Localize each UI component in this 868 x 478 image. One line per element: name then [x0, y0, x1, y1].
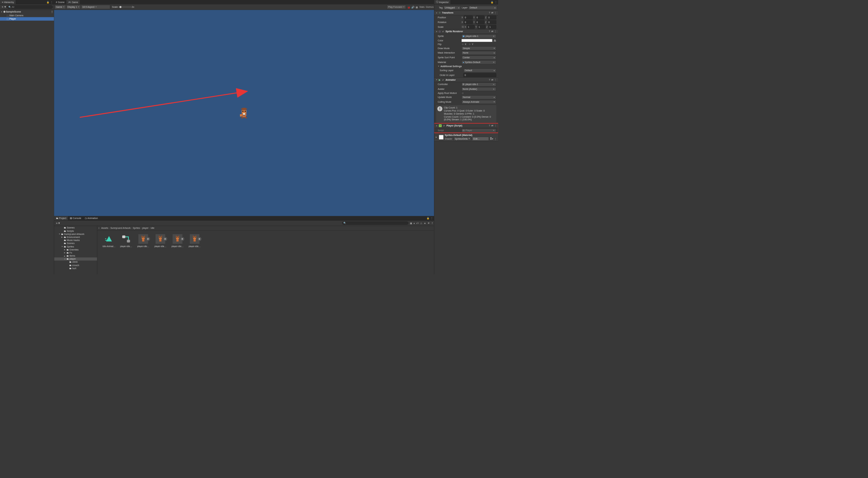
asset-item[interactable]: player-idle… [120, 234, 133, 247]
asset-item[interactable]: player-idle… [189, 234, 201, 247]
project-tree-row[interactable]: 🖿Scenes [54, 242, 97, 245]
lock-icon[interactable]: 🔒 [46, 1, 50, 3]
bug-icon[interactable]: 🐞 [407, 5, 410, 8]
preset-icon[interactable]: ⇄ [491, 12, 493, 14]
scene-row[interactable]: ▼ ⬢ SampleScene ⋮ [0, 10, 54, 14]
playmode-select[interactable]: Play Focused▼ [387, 5, 406, 9]
sr-enabled-checkbox[interactable]: ✓ [442, 30, 444, 33]
scale-slider[interactable] [118, 7, 132, 7]
inspector-tab[interactable]: ⓘInspector [434, 0, 451, 4]
project-tree-row[interactable]: 🖿Music tracks [54, 239, 97, 242]
object-picker-icon[interactable] [492, 88, 495, 91]
add-button[interactable]: ＋▾ [1, 5, 6, 9]
project-tab[interactable]: 🖿Project [54, 216, 68, 220]
warning-icon[interactable]: ⚠ [420, 222, 422, 224]
project-tree-row[interactable]: 🖿climb [54, 261, 97, 264]
help-icon[interactable]: ? [489, 12, 490, 14]
aspect-select[interactable]: 16:9 Aspect▼ [81, 5, 110, 9]
updatemode-dropdown[interactable]: Normal▼ [461, 95, 496, 99]
asset-item[interactable]: player-idle… [137, 234, 150, 247]
object-picker-icon[interactable] [492, 83, 495, 86]
shader-dropdown[interactable]: Sprites/Defa▼ [453, 137, 471, 141]
hierarchy-tab[interactable]: ≡ Hierarchy [0, 0, 16, 4]
asset-item[interactable]: player-idle… [154, 234, 167, 247]
breadcrumb-item[interactable]: Idle [151, 227, 154, 230]
project-tree-row[interactable]: ▶🖿Fx [54, 251, 97, 254]
breadcrumb-item[interactable]: SunnyLand Artwork [110, 227, 131, 230]
project-tree-row[interactable]: ▼🖿SunnyLand Artwork [54, 233, 97, 236]
project-tree-row[interactable]: ▼🖿player [54, 257, 97, 260]
sortlayer-dropdown[interactable]: Default▼ [463, 68, 496, 72]
preset-icon[interactable]: ⇄ [491, 78, 493, 81]
project-tree-row[interactable]: ▼🖿Sprites [54, 245, 97, 248]
sortpoint-dropdown[interactable]: Center▼ [461, 56, 496, 59]
display-select[interactable]: Display 1▼ [66, 5, 81, 9]
breadcrumb-item[interactable]: Assets [101, 227, 108, 230]
project-tree-row[interactable]: 🖿crouch [54, 264, 97, 267]
label-icon[interactable]: 🏷 [416, 222, 419, 224]
animation-tab[interactable]: ◷Animation [83, 216, 100, 220]
lock-icon[interactable]: 🔒 [427, 217, 430, 220]
lock-icon[interactable]: 🔒 [491, 1, 494, 3]
material-component[interactable]: ▶ Sprites-Default (Material) Shader Spri… [434, 133, 498, 141]
menu-icon[interactable]: ⋮ [494, 78, 497, 81]
order-field[interactable]: 0 [463, 73, 496, 77]
menu-icon[interactable]: ⋮ [494, 12, 497, 14]
help-icon[interactable]: ? [489, 30, 490, 33]
flip-x-checkbox[interactable] [461, 43, 464, 45]
menu-icon[interactable]: ⋮ [51, 1, 53, 3]
player-script-component[interactable]: ▼ # ✓ Player (Script) ?⇄⋮ [434, 123, 498, 128]
project-tree-row[interactable]: ▶🖿Items [54, 254, 97, 257]
tag-dropdown[interactable]: Untagged▼ [443, 6, 461, 9]
object-picker-icon[interactable] [492, 35, 495, 38]
controller-field[interactable]: ⊞player-idle-1 [461, 82, 496, 86]
filter-icon[interactable]: ▣ [410, 222, 412, 224]
animator-component[interactable]: ▼ ▶ ✓ Animator ?⇄⋮ [434, 77, 498, 82]
additional-settings[interactable]: Additional Settings [440, 65, 462, 68]
breadcrumb-item[interactable]: player [142, 227, 149, 230]
avatar-field[interactable]: None (Avatar) [461, 87, 496, 91]
project-search[interactable]: 🔍 [342, 221, 408, 225]
cullmode-dropdown[interactable]: Always Animate▼ [461, 100, 496, 104]
script-enabled-checkbox[interactable]: ✓ [443, 124, 445, 127]
rot-y[interactable]: 0 [476, 20, 485, 24]
game-tab[interactable]: 🎮Game [66, 0, 80, 4]
menu-icon[interactable]: ⋮ [494, 30, 497, 33]
settings-icon[interactable]: ≣▾ [490, 137, 493, 140]
scene-tab[interactable]: #Scene [54, 0, 66, 4]
scale-x[interactable]: 1 [467, 25, 475, 28]
stats-button[interactable]: Stats [419, 6, 425, 8]
pos-z[interactable]: 0 [487, 16, 496, 19]
hidden-icon[interactable]: 👁 [428, 222, 430, 224]
audio-icon[interactable]: 🔊 [411, 5, 414, 8]
sprite-renderer-component[interactable]: ▼ ◇ ✓ Sprite Renderer ?⇄⋮ [434, 29, 498, 34]
pos-y[interactable]: 0 [476, 16, 485, 19]
preset-icon[interactable]: ⇄ [491, 124, 493, 127]
help-icon[interactable]: ? [489, 78, 490, 81]
help-icon[interactable]: ? [489, 124, 490, 127]
favorite-icon[interactable]: ♦ [414, 222, 415, 224]
star-icon[interactable]: ★ [424, 222, 426, 224]
project-tree-row[interactable]: ▶🖿Environment [54, 236, 97, 239]
rot-x[interactable]: 0 [464, 20, 473, 24]
grid-icon[interactable]: ▦ [416, 5, 418, 8]
layer-dropdown[interactable]: Default▼ [468, 6, 497, 9]
asset-item[interactable]: Idle-Animat… [103, 234, 115, 247]
rot-z[interactable]: 0 [487, 20, 496, 24]
menu-icon[interactable]: ⋮ [494, 137, 497, 140]
material-field[interactable]: ●Sprites-Default [461, 60, 496, 64]
project-tree-row[interactable]: 🖿Scenes [54, 226, 97, 230]
color-field[interactable] [461, 39, 492, 42]
scale-y[interactable]: 1 [478, 25, 486, 28]
project-tree-row[interactable]: ▶🖿Enemies [54, 248, 97, 251]
link-icon[interactable]: ⛓ [461, 25, 464, 28]
flip-y-checkbox[interactable] [469, 43, 471, 45]
console-tab[interactable]: ▤Console [68, 216, 83, 220]
object-picker-icon[interactable] [492, 61, 495, 64]
edit-button[interactable]: Edit… [472, 137, 489, 141]
hierarchy-search[interactable]: 🔍 All [7, 5, 53, 8]
eyedropper-icon[interactable]: ⁂ [493, 39, 496, 42]
anim-enabled-checkbox[interactable]: ✓ [442, 79, 444, 81]
project-tree-row[interactable]: 🖿Scripts [54, 230, 97, 233]
script-field[interactable]: ▤Player [461, 128, 496, 132]
